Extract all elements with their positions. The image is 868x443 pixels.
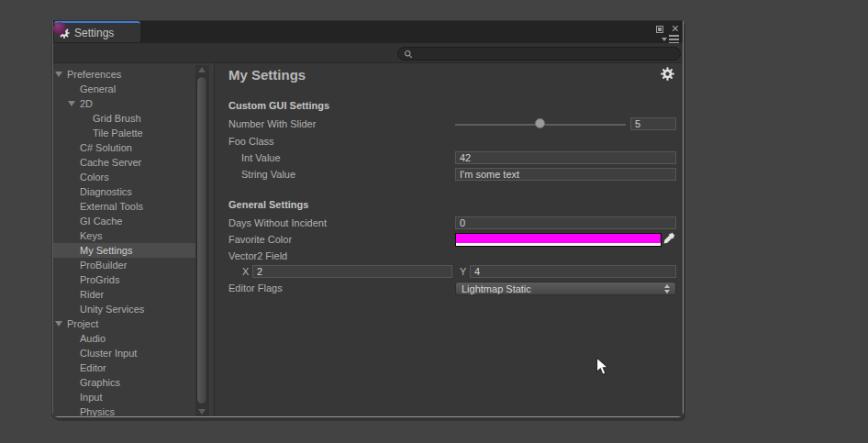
screenshot-stage: Settings ×: [0, 0, 868, 443]
sidebar-item-audio[interactable]: Audio: [53, 331, 195, 346]
foldout-triangle-icon[interactable]: [55, 72, 62, 77]
scroll-up-arrow-icon[interactable]: [198, 67, 206, 72]
foldout-triangle-icon[interactable]: [68, 101, 75, 106]
label-x: X: [242, 265, 249, 278]
sidebar-item-unity-services[interactable]: Unity Services: [53, 302, 195, 316]
sidebar-item-gi-cache[interactable]: GI Cache: [53, 214, 195, 228]
tab-settings[interactable]: Settings: [54, 21, 140, 42]
sidebar-item-input[interactable]: Input: [53, 390, 195, 404]
slider-knob[interactable]: [535, 118, 545, 128]
dropdown-selected-value: Lightmap Static: [462, 283, 664, 294]
magnifier-icon: [404, 50, 413, 59]
label-string-value: String Value: [241, 168, 295, 181]
string-value-field[interactable]: I'm some text: [455, 168, 676, 181]
purple-dot-indicator: [53, 22, 66, 35]
sidebar-item-cluster-input[interactable]: Cluster Input: [53, 346, 195, 360]
tab-strip: Settings ×: [53, 21, 683, 43]
editor-flags-dropdown[interactable]: Lightmap Static: [455, 282, 676, 295]
sidebar-item-probuilder[interactable]: ProBuilder: [53, 258, 195, 272]
sidebar-item-physics[interactable]: Physics: [53, 404, 195, 416]
sidebar-item-graphics[interactable]: Graphics: [53, 375, 195, 390]
favorite-color-swatch[interactable]: [455, 233, 662, 247]
sidebar-item-cache-server[interactable]: Cache Server: [53, 155, 195, 170]
scroll-down-arrow-icon[interactable]: [198, 409, 206, 415]
sidebar-item-diagnostics[interactable]: Diagnostics: [53, 184, 195, 199]
maximize-icon[interactable]: [656, 26, 663, 33]
label-y: Y: [460, 265, 466, 278]
sidebar-item-c-solution[interactable]: C# Solution: [53, 140, 195, 155]
alpha-bar: [456, 243, 661, 246]
foldout-triangle-icon[interactable]: [55, 321, 62, 327]
section-header-general: General Settings: [228, 199, 308, 210]
sidebar-item-progrids[interactable]: ProGrids: [53, 272, 195, 287]
label-foo-class: Foo Class: [228, 135, 274, 148]
sidebar-item-general[interactable]: General: [53, 82, 195, 96]
menu-dropdown-triangle-icon: [662, 38, 667, 41]
vector2-x-field[interactable]: 2: [252, 265, 452, 278]
days-without-incident-field[interactable]: 0: [455, 216, 676, 229]
preferences-sidebar: Preferences General 2D Grid Brush Tile P…: [53, 63, 215, 416]
slider-value-field[interactable]: 5: [630, 117, 676, 130]
close-icon[interactable]: ×: [672, 21, 679, 36]
sidebar-item-editor[interactable]: Editor: [53, 360, 195, 375]
label-number-with-slider: Number With Slider: [228, 117, 316, 130]
section-header-custom-gui: Custom GUI Settings: [228, 100, 329, 111]
sidebar-item-tile-palette[interactable]: Tile Palette: [53, 126, 195, 140]
sidebar-item-project[interactable]: Project: [53, 316, 195, 331]
gear-icon[interactable]: [661, 67, 675, 82]
dropdown-arrows-icon: [664, 284, 670, 293]
toolbar: [53, 43, 683, 63]
settings-panel: My Settings: [216, 63, 683, 416]
sidebar-item-preferences[interactable]: Preferences: [53, 67, 195, 82]
label-favorite-color: Favorite Color: [228, 233, 292, 246]
sidebar-item-colors[interactable]: Colors: [53, 170, 195, 184]
settings-window: Settings ×: [52, 20, 684, 417]
sidebar-item-rider[interactable]: Rider: [53, 287, 195, 302]
search-input[interactable]: [416, 49, 674, 60]
scrollbar-thumb[interactable]: [196, 76, 207, 404]
label-days-without-incident: Days Without Incident: [228, 216, 327, 229]
label-int-value: Int Value: [241, 151, 281, 164]
sidebar-item-keys[interactable]: Keys: [53, 228, 195, 243]
eyedropper-icon[interactable]: [663, 232, 675, 245]
page-title: My Settings: [228, 67, 306, 83]
tab-title: Settings: [74, 27, 114, 39]
label-vector2-field: Vector2 Field: [228, 249, 287, 262]
sidebar-scrollbar[interactable]: [195, 65, 209, 416]
mouse-cursor: [595, 357, 609, 381]
search-field[interactable]: [397, 47, 681, 61]
sidebar-item-external-tools[interactable]: External Tools: [53, 199, 195, 214]
sidebar-item-2d[interactable]: 2D: [53, 96, 195, 111]
sidebar-item-grid-brush[interactable]: Grid Brush: [53, 111, 195, 126]
label-editor-flags: Editor Flags: [228, 282, 283, 294]
int-value-field[interactable]: 42: [455, 151, 676, 164]
vector2-y-field[interactable]: 4: [470, 265, 676, 278]
sidebar-item-my-settings[interactable]: My Settings: [53, 243, 195, 258]
